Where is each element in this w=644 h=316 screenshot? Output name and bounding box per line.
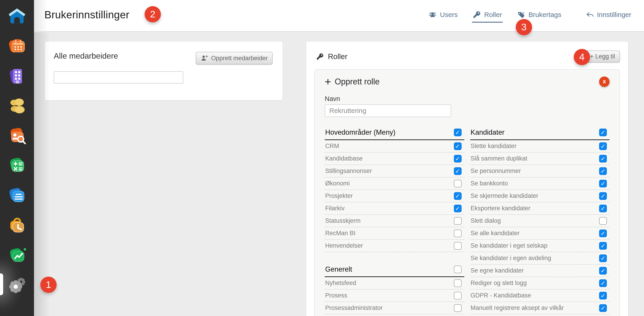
permission-checkbox[interactable] — [599, 267, 607, 275]
permission-checkbox[interactable] — [454, 155, 462, 163]
permission-checkbox[interactable] — [454, 192, 462, 200]
permission-label: Se skjermede kandidater — [471, 192, 538, 199]
permission-row: Prosess — [325, 290, 464, 302]
permission-label: Se egne kandidater — [471, 267, 524, 274]
permission-row: Nyhetsfeed — [325, 277, 464, 290]
sidebar-item-worktime[interactable] — [0, 211, 34, 240]
permission-checkbox[interactable] — [599, 230, 607, 237]
permission-checkbox[interactable] — [599, 129, 607, 136]
sidebar-item-calendar[interactable] — [0, 31, 34, 61]
permission-checkbox[interactable] — [454, 217, 462, 225]
permission-row: Slette kandidater — [470, 140, 610, 153]
app-sidebar — [0, 0, 34, 316]
permission-row: Statusskjerm — [325, 215, 464, 227]
top-nav: Users Roller Brukertags Innstillinger — [428, 10, 631, 19]
add-role-button[interactable]: + Legg til — [585, 50, 620, 62]
permission-label: Eksportere kandidater — [471, 205, 530, 212]
create-employee-button[interactable]: Opprett medarbeider — [196, 52, 272, 64]
permission-row: Prosjekter — [325, 190, 464, 202]
permission-row: RecMan BI — [325, 227, 464, 240]
sidebar-item-documents[interactable] — [0, 181, 34, 211]
permission-checkbox[interactable] — [454, 304, 462, 312]
permission-row: Henvendelser — [325, 240, 464, 252]
roles-card: Roller + Legg til + Opprett rolle x Navn — [306, 41, 628, 316]
nav-item-roller[interactable]: Roller — [473, 10, 502, 19]
permission-checkbox[interactable] — [599, 292, 607, 300]
permission-row: Se egne kandidater — [470, 265, 610, 277]
nav-item-brukertags[interactable]: Brukertags — [517, 10, 561, 19]
permission-row: Rediger og slett logg — [470, 277, 610, 290]
permission-row: Se bankkonto — [470, 177, 610, 190]
permission-checkbox[interactable] — [454, 142, 462, 150]
permission-label: Kandidater — [471, 128, 505, 136]
permission-checkbox[interactable] — [454, 129, 462, 136]
calendar-icon — [7, 36, 27, 56]
permission-checkbox[interactable] — [454, 230, 462, 237]
permission-checkbox[interactable] — [599, 304, 607, 312]
permission-checkbox[interactable] — [454, 180, 462, 187]
permission-checkbox[interactable] — [599, 255, 607, 262]
permission-checkbox[interactable] — [454, 242, 462, 250]
permission-row: Se skjermede kandidater — [470, 190, 610, 202]
permission-label: Se alle kandidater — [471, 230, 520, 237]
permissions-column-2: Kandidater Slette kandidater Slå sammen … — [470, 125, 610, 315]
sidebar-item-home[interactable] — [0, 1, 34, 31]
key-icon — [473, 10, 481, 19]
step-badge-4: 4 — [574, 49, 590, 65]
key-icon — [316, 52, 324, 61]
permission-checkbox[interactable] — [599, 192, 607, 200]
create-role-header: + Opprett rolle x — [325, 76, 610, 87]
sidebar-item-economy[interactable] — [0, 151, 34, 181]
permission-checkbox[interactable] — [454, 292, 462, 300]
nav-item-users[interactable]: Users — [428, 10, 458, 19]
permission-label: Manuelt registrere aksept av vilkår — [471, 305, 564, 312]
nav-label: Brukertags — [528, 11, 561, 18]
sidebar-item-candidate-search[interactable] — [0, 121, 34, 151]
permission-row: Kandidatbase — [325, 153, 464, 165]
sidebar-item-people[interactable] — [0, 91, 34, 121]
document-icon — [7, 186, 27, 206]
permission-label: Filarkiv — [325, 205, 345, 212]
employee-search-input[interactable] — [54, 71, 183, 83]
permission-checkbox[interactable] — [599, 167, 607, 175]
permission-label: RecMan BI — [325, 230, 356, 237]
permission-label: Se kandidater i eget selskap — [471, 242, 548, 249]
permission-checkbox[interactable] — [599, 142, 607, 150]
nav-item-innstillinger[interactable]: Innstillinger — [585, 10, 631, 19]
permission-label: Økonomi — [325, 180, 350, 187]
permission-label: Nyhetsfeed — [325, 280, 356, 287]
permission-checkbox[interactable] — [599, 180, 607, 187]
tag-icon — [517, 10, 526, 19]
permission-checkbox[interactable] — [454, 205, 462, 212]
permission-row: Prosessadministrator — [325, 302, 464, 315]
permissions-column-1: Hovedområder (Meny) CRM Kandidatbase — [325, 125, 464, 315]
permission-checkbox[interactable] — [599, 279, 607, 287]
role-name-input[interactable] — [325, 104, 451, 117]
permission-checkbox[interactable] — [599, 242, 607, 250]
active-item-indicator — [0, 274, 3, 295]
sidebar-item-companies[interactable] — [0, 61, 34, 91]
permission-label: Statusskjerm — [325, 217, 360, 224]
permission-label: Slette kandidater — [471, 143, 517, 150]
close-button[interactable]: x — [599, 76, 610, 87]
step-badge-2: 2 — [144, 6, 161, 22]
nav-label: Roller — [484, 11, 502, 18]
permission-row: Kandidater — [470, 125, 610, 140]
permission-row: Filarkiv — [325, 202, 464, 215]
sidebar-item-settings[interactable] — [0, 270, 34, 300]
step-badge-3: 3 — [516, 19, 532, 35]
permission-label: Slett dialog — [471, 217, 501, 224]
permission-checkbox[interactable] — [599, 155, 607, 163]
permission-checkbox[interactable] — [454, 266, 462, 273]
sidebar-item-analytics[interactable] — [0, 240, 34, 270]
person-plus-icon — [201, 54, 208, 62]
permission-checkbox[interactable] — [599, 217, 607, 225]
permission-checkbox[interactable] — [454, 167, 462, 175]
permission-row: GDPR - Kandidatbase — [470, 290, 610, 302]
back-arrow-icon — [585, 10, 594, 19]
permission-checkbox[interactable] — [454, 279, 462, 287]
permission-label: Hovedområder (Meny) — [325, 128, 396, 136]
permission-checkbox[interactable] — [599, 205, 607, 212]
main-content: Alle medarbeidere Opprett medarbeider Ro… — [34, 32, 644, 316]
permission-row: Slå sammen duplikat — [470, 153, 610, 165]
